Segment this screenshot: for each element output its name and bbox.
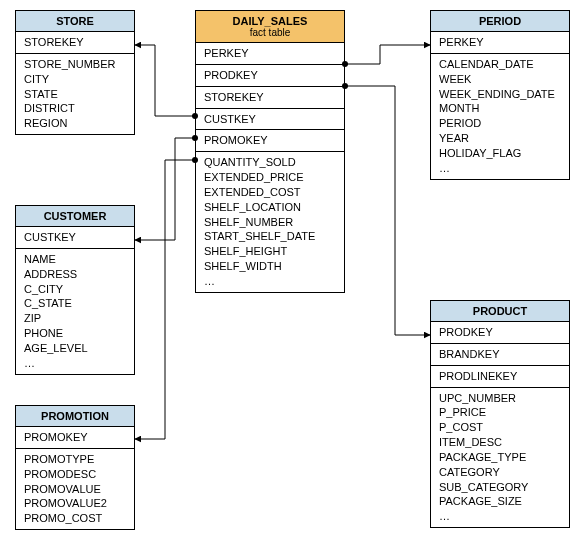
- fields-product: UPC_NUMBER P_PRICE P_COST ITEM_DESC PACK…: [431, 388, 569, 528]
- fields-customer: NAME ADDRESS C_CITY C_STATE ZIP PHONE AG…: [16, 249, 134, 374]
- daily-sales-title: DAILY_SALES: [233, 15, 308, 27]
- fk-promokey: PROMOKEY: [196, 130, 344, 152]
- table-header-promotion: PROMOTION: [16, 406, 134, 427]
- fk-prodlinekey: PRODLINEKEY: [431, 366, 569, 388]
- table-store: STORE STOREKEY STORE_NUMBER CITY STATE D…: [15, 10, 135, 135]
- pk-prodkey: PRODKEY: [431, 322, 569, 344]
- table-product: PRODUCT PRODKEY BRANDKEY PRODLINEKEY UPC…: [430, 300, 570, 528]
- table-customer: CUSTOMER CUSTKEY NAME ADDRESS C_CITY C_S…: [15, 205, 135, 375]
- pk-custkey: CUSTKEY: [16, 227, 134, 249]
- fields-daily-sales: QUANTITY_SOLD EXTENDED_PRICE EXTENDED_CO…: [196, 152, 344, 292]
- pk-perkey: PERKEY: [431, 32, 569, 54]
- table-header-customer: CUSTOMER: [16, 206, 134, 227]
- fk-prodkey: PRODKEY: [196, 65, 344, 87]
- fields-store: STORE_NUMBER CITY STATE DISTRICT REGION: [16, 54, 134, 134]
- fk-custkey: CUSTKEY: [196, 109, 344, 131]
- fields-promotion: PROMOTYPE PROMODESC PROMOVALUE PROMOVALU…: [16, 449, 134, 529]
- table-promotion: PROMOTION PROMOKEY PROMOTYPE PROMODESC P…: [15, 405, 135, 530]
- table-period: PERIOD PERKEY CALENDAR_DATE WEEK WEEK_EN…: [430, 10, 570, 180]
- fk-brandkey: BRANDKEY: [431, 344, 569, 366]
- table-header-daily-sales: DAILY_SALES fact table: [196, 11, 344, 43]
- pk-storekey: STOREKEY: [16, 32, 134, 54]
- table-header-period: PERIOD: [431, 11, 569, 32]
- fk-storekey: STOREKEY: [196, 87, 344, 109]
- table-daily-sales: DAILY_SALES fact table PERKEY PRODKEY ST…: [195, 10, 345, 293]
- fk-perkey: PERKEY: [196, 43, 344, 65]
- daily-sales-subtitle: fact table: [202, 27, 338, 38]
- fields-period: CALENDAR_DATE WEEK WEEK_ENDING_DATE MONT…: [431, 54, 569, 179]
- table-header-store: STORE: [16, 11, 134, 32]
- table-header-product: PRODUCT: [431, 301, 569, 322]
- pk-promokey: PROMOKEY: [16, 427, 134, 449]
